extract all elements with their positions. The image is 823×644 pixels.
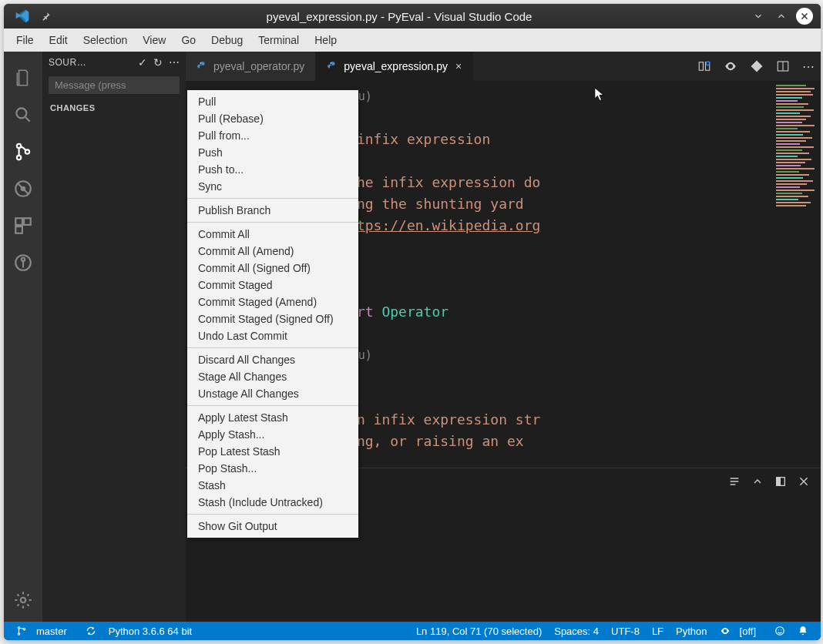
extensions-icon[interactable] [12,215,34,236]
changes-section[interactable]: CHANGES [42,97,186,119]
minimize-button[interactable] [750,8,767,25]
svg-rect-19 [777,478,781,486]
more-icon[interactable]: ⋯ [802,59,815,74]
separator [187,347,358,348]
sidebar: SOUR… ✓ ↻ ⋯ Message (press CHANGES [42,52,186,622]
context-menu-item[interactable]: Apply Stash... [187,426,358,443]
context-menu-item[interactable]: Publish Branch [187,202,358,219]
menu-view[interactable]: View [135,31,173,49]
context-menu-item[interactable]: Commit Staged [187,277,358,293]
sync-icon[interactable] [79,626,102,636]
context-menu-item[interactable]: Push to... [187,161,358,178]
context-menu-item[interactable]: Discard All Changes [187,351,358,368]
context-menu-item[interactable]: Pop Latest Stash [187,443,358,460]
settings-icon[interactable] [12,589,34,611]
separator [187,514,358,515]
scm-context-menu: PullPull (Rebase)Pull from...PushPush to… [187,90,358,538]
context-menu-item[interactable]: Stash (Include Untracked) [187,494,358,511]
context-menu-item[interactable]: Pull from... [187,127,358,144]
cursor-position[interactable]: Ln 119, Col 71 (70 selected) [410,626,548,637]
context-menu-item[interactable]: Stash [187,477,358,494]
clear-icon[interactable] [728,475,741,488]
refresh-icon[interactable]: ↻ [153,56,163,69]
context-menu-item[interactable]: Commit Staged (Signed Off) [187,310,358,327]
context-menu-item[interactable]: Undo Last Commit [187,327,358,344]
activity-bar [4,52,42,622]
split-icon[interactable] [776,59,790,73]
menu-debug[interactable]: Debug [203,31,250,49]
window-title: pyeval_expression.py - PyEval - Visual S… [52,10,747,23]
context-menu-item[interactable]: Show Git Output [187,518,358,535]
close-button[interactable] [796,8,813,25]
close-icon[interactable]: × [455,60,462,72]
git-branch[interactable]: master [10,626,79,637]
python-version[interactable]: Python 3.6.6 64 bit [102,626,198,637]
svg-rect-7 [24,218,31,225]
tab-pyeval-operator[interactable]: pyeval_operator.py [186,52,316,81]
status-bar: master Python 3.6.6 64 bit Ln 119, Col 7… [4,622,821,640]
context-menu-item[interactable]: Pull (Rebase) [187,110,358,127]
editor-tabs: pyeval_operator.py pyeval_expression.py … [186,52,821,81]
tab-label: pyeval_operator.py [213,60,304,72]
svg-point-13 [331,62,331,63]
svg-point-0 [16,108,26,118]
eol[interactable]: LF [646,626,670,637]
context-menu-item[interactable]: Apply Latest Stash [187,409,358,426]
svg-point-2 [17,156,21,159]
context-menu-item[interactable]: Commit All [187,226,358,243]
menu-edit[interactable]: Edit [42,31,76,49]
commit-message-input[interactable]: Message (press [49,76,180,94]
context-menu-item[interactable]: Push [187,144,358,161]
diamond-icon[interactable] [750,59,764,73]
context-menu-item[interactable]: Pop Stash... [187,460,358,477]
encoding[interactable]: UTF-8 [605,626,646,637]
mouse-cursor-icon [594,87,605,102]
svg-point-22 [23,629,25,630]
minimap[interactable] [774,81,821,468]
svg-point-24 [778,629,779,630]
svg-point-10 [22,258,25,261]
preview[interactable]: [off] [714,626,768,637]
context-menu-item[interactable]: Commit Staged (Amend) [187,293,358,310]
search-icon[interactable] [12,104,34,126]
explorer-icon[interactable] [12,67,34,89]
svg-point-21 [18,633,19,635]
scm-icon[interactable] [12,141,34,163]
context-menu-item[interactable]: Sync [187,178,358,195]
close-panel-icon[interactable] [798,475,810,488]
compare-icon[interactable] [697,59,711,73]
menu-file[interactable]: File [8,31,42,49]
eye-icon[interactable] [724,59,737,73]
tab-pyeval-expression[interactable]: pyeval_expression.py × [316,52,473,81]
debug-icon[interactable] [12,178,34,200]
menu-help[interactable]: Help [307,31,344,49]
separator [187,405,358,406]
context-menu-item[interactable]: Commit All (Signed Off) [187,260,358,277]
svg-rect-8 [15,226,22,233]
context-menu-item[interactable]: Stage All Changes [187,368,358,385]
indentation[interactable]: Spaces: 4 [548,626,605,637]
separator [187,198,358,199]
pin-icon[interactable] [41,11,52,22]
menu-go[interactable]: Go [173,31,203,49]
menubar: File Edit Selection View Go Debug Termin… [4,29,821,52]
sidebar-title: SOUR… [49,57,132,68]
separator [187,222,358,223]
context-menu-item[interactable]: Unstage All Changes [187,385,358,402]
menu-terminal[interactable]: Terminal [250,31,307,49]
language[interactable]: Python [670,626,713,637]
context-menu-item[interactable]: Pull [187,93,358,110]
chevron-up-icon[interactable] [751,475,764,488]
more-icon[interactable]: ⋯ [169,56,180,69]
context-menu-item[interactable]: Commit All (Amend) [187,243,358,260]
svg-point-11 [21,598,26,603]
bell-icon[interactable] [791,626,815,636]
commit-icon[interactable]: ✓ [138,56,147,69]
maximize-panel-icon[interactable] [774,475,787,488]
maximize-button[interactable] [773,8,790,25]
feedback-icon[interactable] [768,626,791,636]
svg-point-23 [776,627,784,636]
vscode-logo-icon [15,8,30,24]
menu-selection[interactable]: Selection [76,31,136,49]
gitlens-icon[interactable] [12,252,34,273]
